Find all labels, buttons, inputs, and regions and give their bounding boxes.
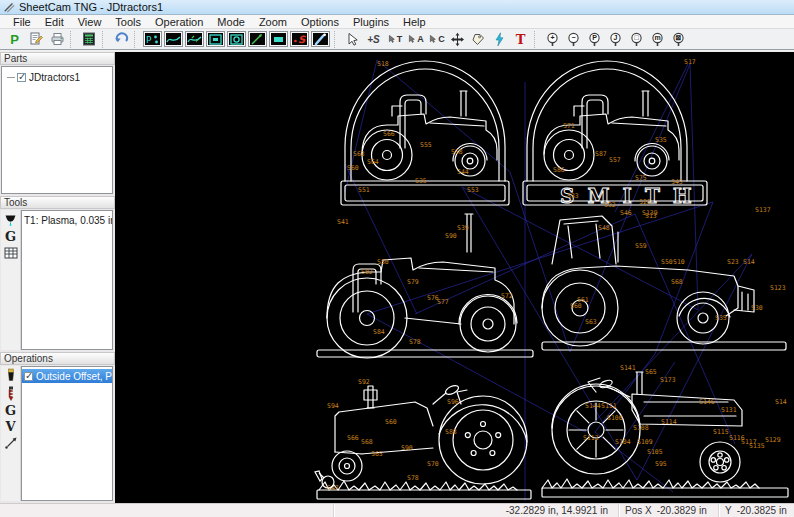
svg-text:S78: S78 (409, 338, 421, 346)
operation-item-checkbox[interactable] (24, 372, 33, 381)
menu-help[interactable]: Help (396, 15, 433, 29)
operation-item-selected[interactable]: Outside Offset, Pe... (22, 369, 113, 383)
toolbar-separator (334, 31, 339, 48)
svg-text:S33: S33 (567, 192, 579, 200)
tools-panel-header: Tools (0, 196, 115, 209)
menu-operation[interactable]: Operation (148, 15, 210, 29)
tool-item[interactable]: T1: Plasma, 0.035 in kerf (22, 213, 112, 227)
svg-text:S75: S75 (635, 174, 647, 182)
select-arc-button[interactable]: A (406, 31, 425, 48)
select-contour-button[interactable]: C (427, 31, 446, 48)
operation-gcode-icon[interactable]: G (5, 405, 16, 417)
menu-zoom[interactable]: Zoom (252, 15, 294, 29)
drill-operation-icon[interactable] (6, 386, 16, 401)
undo-button[interactable] (111, 31, 130, 48)
post-process-button[interactable]: P (5, 31, 24, 48)
parts-panel-header: Parts (0, 52, 115, 65)
zoom-window-button[interactable]: ⊠ (669, 31, 688, 48)
svg-text:S23: S23 (727, 258, 739, 266)
magnifier-icon (543, 32, 562, 47)
show-material-toggle[interactable] (269, 31, 288, 47)
show-points-toggle[interactable]: P (143, 31, 162, 47)
zoom-drawing-button[interactable]: □ (627, 31, 646, 48)
plasma-tool-icon[interactable] (3, 212, 18, 227)
tree-connector (7, 77, 15, 78)
show-cut-paths-toggle[interactable] (206, 31, 225, 47)
toolbar-separator (70, 31, 75, 48)
zoom-part-button[interactable]: P (585, 31, 604, 48)
svg-text:S139: S139 (642, 209, 658, 217)
svg-text:S28: S28 (639, 198, 651, 206)
select-contour-letter: C (438, 34, 445, 44)
app-window: SheetCam TNG - JDtractors1 File Edit Vie… (0, 0, 794, 517)
operations-panel: Operations G V Outside Offset, Pe... (0, 352, 115, 503)
edit-job-button[interactable] (26, 31, 45, 48)
snap-mode-button[interactable]: +S (364, 31, 383, 48)
tool-gcode-icon[interactable]: G (5, 231, 16, 243)
zoom-out-button[interactable]: − (564, 31, 583, 48)
tools-icon-strip: G (1, 210, 21, 350)
operations-list[interactable]: Outside Offset, Pe... (21, 366, 113, 501)
zoom-job-button[interactable]: J (606, 31, 625, 48)
print-button[interactable] (47, 31, 66, 48)
tool-table-icon[interactable] (4, 247, 18, 259)
svg-text:S115: S115 (713, 428, 729, 436)
show-path-directions-toggle[interactable] (185, 31, 204, 47)
snap-icon: +S (367, 34, 380, 45)
svg-text:S66: S66 (347, 434, 359, 442)
show-s-numbers-toggle[interactable]: S (290, 31, 309, 47)
drawing-canvas[interactable]: SMITH S18S63S64S60S55S58S44S35S66S51S53S… (115, 52, 794, 503)
zoom-in-button[interactable]: + (543, 31, 562, 48)
show-cut-paths-icon (207, 32, 224, 47)
text-tool-button[interactable]: T (511, 31, 530, 48)
show-path-toggle[interactable] (164, 31, 183, 47)
tractor-bottom-right[interactable] (542, 372, 788, 497)
tool-item-label: T1: Plasma, 0.035 in kerf (24, 215, 113, 226)
menu-options[interactable]: Options (294, 15, 346, 29)
menu-plugins[interactable]: Plugins (346, 15, 396, 29)
move-cross-icon (450, 32, 465, 47)
menu-view[interactable]: View (71, 15, 109, 29)
calculator-button[interactable] (79, 31, 98, 48)
parts-item[interactable]: JDtractors1 (2, 70, 112, 84)
toolbar: P P (0, 29, 794, 50)
move-arrow-icon[interactable] (4, 436, 18, 450)
simulate-button[interactable] (490, 31, 509, 48)
show-tool-moves-toggle[interactable] (248, 31, 267, 47)
svg-text:S82: S82 (361, 268, 373, 276)
torch-operation-icon[interactable] (4, 368, 18, 382)
svg-text:S44: S44 (457, 168, 469, 176)
undo-icon (113, 31, 129, 47)
parts-list[interactable]: JDtractors1 (1, 66, 113, 194)
toolpath-svg: SMITH S18S63S64S60S55S58S44S35S66S51S53S… (115, 52, 794, 503)
menu-tools[interactable]: Tools (108, 15, 148, 29)
svg-text:S109: S109 (637, 438, 653, 446)
status-empty-section (0, 504, 334, 517)
show-part-outline-toggle[interactable] (227, 31, 246, 47)
y-label: Y (725, 505, 732, 516)
move-part-button[interactable] (448, 31, 467, 48)
svg-text:S65: S65 (371, 450, 383, 458)
select-arc-letter: A (417, 34, 424, 44)
svg-text:S50: S50 (661, 258, 673, 266)
parts-item-checkbox[interactable] (17, 73, 26, 82)
tools-list[interactable]: T1: Plasma, 0.035 in kerf (21, 210, 113, 350)
operation-v-icon[interactable]: V (5, 421, 15, 432)
svg-text:S68: S68 (361, 438, 373, 446)
select-tool-button[interactable] (343, 31, 362, 48)
status-y-section: Y -20.3825 in (719, 504, 794, 517)
select-toolpath-button[interactable]: T (385, 31, 404, 48)
zoom-material-button[interactable]: m (648, 31, 667, 48)
svg-text:S95: S95 (655, 460, 667, 468)
tag-part-button[interactable] (469, 31, 488, 48)
torch-pointer-toggle[interactable] (311, 31, 330, 47)
menu-file[interactable]: File (6, 15, 38, 29)
menu-mode[interactable]: Mode (210, 15, 252, 29)
menu-edit[interactable]: Edit (38, 15, 71, 29)
tractor-middle-left[interactable] (317, 214, 533, 358)
svg-text:S141: S141 (620, 364, 636, 372)
svg-text:S14: S14 (775, 398, 787, 406)
svg-text:S80: S80 (377, 258, 389, 266)
pos-x-label: Pos X (625, 505, 652, 516)
svg-text:S60: S60 (385, 418, 397, 426)
